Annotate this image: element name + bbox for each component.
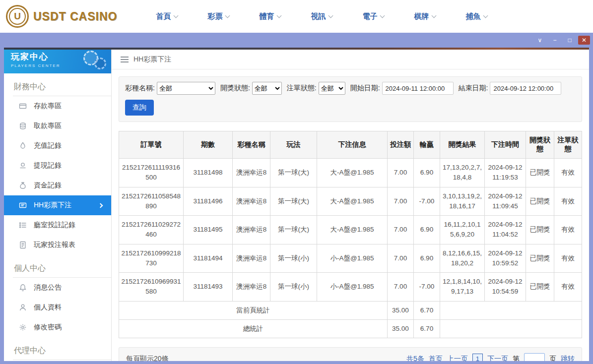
- person-icon: [19, 303, 27, 311]
- sidebar-item-hh-lottery-bets[interactable]: HH彩票下注: [4, 195, 111, 215]
- main-panel: HH彩票下注 彩種名稱: 全部 開獎狀態: 全部 注單狀態:: [112, 48, 589, 361]
- nav-item-sports[interactable]: 體育: [244, 12, 296, 21]
- col-order-status: 注單狀態: [554, 131, 582, 159]
- col-win-loss: 輸贏: [414, 131, 440, 159]
- report-document-icon: [19, 241, 27, 249]
- page-total-row: 當前頁統計 35.00 6.70: [119, 301, 582, 319]
- nav-item-boardgames[interactable]: 棋牌: [399, 12, 451, 21]
- main-nav: 首頁 彩票 體育 視訊 電子 棋牌 捕魚: [141, 12, 502, 21]
- sidebar-item-withdraw-record[interactable]: 提現記錄: [4, 156, 111, 176]
- order-status-select[interactable]: 全部: [319, 82, 345, 95]
- content-area: 彩種名稱: 全部 開獎狀態: 全部 注單狀態: 全部 開始日期:: [112, 69, 589, 361]
- table-row: 2152172611029272460 31181495 澳洲幸运8 第一球(大…: [119, 216, 582, 244]
- per-page-label: 每頁顯示20條: [126, 355, 169, 361]
- chevron-down-icon: [225, 13, 230, 18]
- brand-name: USDT CASINO: [33, 10, 117, 23]
- window-titlebar: ∨ − □ ✕: [0, 33, 593, 48]
- money-bag-icon: [19, 182, 27, 189]
- sidebar-item-deposit[interactable]: 存款專區: [4, 96, 111, 116]
- chevron-down-icon: [432, 13, 437, 18]
- col-issue: 期數: [184, 131, 233, 159]
- grand-total-bet-amount: 35.00: [388, 319, 414, 338]
- sidebar-item-room-bet-record[interactable]: 廳室投註記錄: [4, 215, 111, 235]
- chevron-down-icon: [483, 13, 488, 18]
- col-bet-time: 下注時間: [485, 131, 526, 159]
- draw-status-select[interactable]: 全部: [252, 82, 282, 95]
- page-jump-input[interactable]: [524, 353, 545, 361]
- window-body: 玩家中心 PLAYERS CENTER 財務中心 存款專區 取款專區: [4, 48, 589, 361]
- bell-icon: [19, 284, 27, 292]
- coin-hand-icon: [19, 162, 27, 170]
- brand-logo[interactable]: U USDT CASINO: [6, 5, 117, 28]
- pagination: 共5条 首页 上一页 1 下一页 第 页 跳转: [406, 353, 575, 361]
- current-page[interactable]: 1: [472, 354, 483, 361]
- page-total-win-loss: 6.70: [414, 301, 440, 319]
- page-title: HH彩票下注: [133, 55, 171, 64]
- total-count: 共5条: [406, 355, 424, 361]
- chevron-down-icon: [174, 13, 179, 18]
- col-order-no: 訂單號: [119, 131, 184, 159]
- lottery-name-label: 彩種名稱:: [125, 84, 155, 93]
- jump-suffix-label: 页: [549, 355, 556, 361]
- sidebar-header: 玩家中心 PLAYERS CENTER: [4, 48, 111, 73]
- deposit-card-icon: [19, 102, 27, 110]
- end-date-input[interactable]: [490, 82, 561, 95]
- nav-item-lottery[interactable]: 彩票: [193, 12, 244, 21]
- window-chevron-button[interactable]: ∨: [533, 35, 546, 45]
- nav-item-fishing[interactable]: 捕魚: [451, 12, 502, 21]
- table-row: 2152172610969931580 31181493 澳洲幸运8 第一球(小…: [119, 273, 582, 302]
- window-maximize-button[interactable]: □: [563, 35, 576, 45]
- sidebar-item-recharge-record[interactable]: 充值記錄: [4, 136, 111, 156]
- col-play: 玩法: [270, 131, 317, 159]
- table-row: 2152172611058548890 31181496 澳洲幸运8 第一球(大…: [119, 187, 582, 216]
- first-page-link[interactable]: 首页: [429, 355, 443, 361]
- table-row: 2152172611119316500 31181498 澳洲幸运8 第一球(大…: [119, 159, 582, 187]
- chevron-down-icon: [277, 13, 282, 18]
- gear-icon: [19, 323, 27, 331]
- casino-chip-icon: [94, 58, 106, 69]
- sidebar-item-bet-report[interactable]: 玩家投注報表: [4, 235, 111, 255]
- menu-toggle-icon[interactable]: [121, 57, 129, 62]
- jump-button[interactable]: 跳转: [561, 355, 575, 361]
- bet-ticket-icon: [19, 201, 27, 209]
- table-row: 2152172610999218730 31181494 澳洲幸运8 第一球(小…: [119, 244, 582, 273]
- nav-item-electronic[interactable]: 電子: [347, 12, 399, 21]
- section-agent-center: 代理中心: [4, 337, 111, 360]
- col-bet-amount: 投注額: [388, 131, 414, 159]
- coins-icon: [19, 122, 27, 130]
- nav-item-video[interactable]: 視訊: [296, 12, 347, 21]
- jump-prefix-label: 第: [513, 355, 520, 361]
- filter-panel: 彩種名稱: 全部 開獎狀態: 全部 注單狀態: 全部 開始日期:: [119, 76, 582, 122]
- order-status-label: 注單狀態:: [287, 84, 317, 93]
- nav-item-home[interactable]: 首頁: [141, 12, 193, 21]
- next-page-link[interactable]: 下一页: [487, 355, 508, 361]
- sidebar-item-withdraw[interactable]: 取款專區: [4, 116, 111, 136]
- brand-logo-icon: U: [6, 5, 29, 28]
- page-total-label: 當前頁統計: [119, 301, 388, 319]
- table-header-row: 訂單號 期數 彩種名稱 玩法 下注信息 投注額 輸贏 開獎結果 下注時間 開獎狀…: [119, 131, 582, 159]
- start-date-label: 開始日期:: [350, 84, 380, 93]
- sidebar-item-profile[interactable]: 個人資料: [4, 298, 111, 317]
- col-draw-result: 開獎結果: [440, 131, 485, 159]
- chevron-down-icon: [380, 13, 385, 18]
- sidebar-item-announcements[interactable]: 消息公告: [4, 278, 111, 298]
- prev-page-link[interactable]: 上一页: [447, 355, 468, 361]
- player-center-window: ∨ − □ ✕ 玩家中心 PLAYERS CENTER 財務中心 存款專區: [0, 33, 593, 364]
- window-close-button[interactable]: ✕: [578, 36, 590, 45]
- section-finance-center: 財務中心: [4, 73, 111, 96]
- start-date-input[interactable]: [382, 82, 454, 95]
- droplet-icon: [19, 142, 27, 150]
- page-total-bet-amount: 35.00: [388, 301, 414, 319]
- list-icon: [19, 221, 27, 229]
- table-footer: 每頁顯示20條 共5条 首页 上一页 1 下一页 第 页 跳转: [119, 347, 582, 361]
- window-minimize-button[interactable]: −: [548, 35, 561, 45]
- top-nav-bar: U USDT CASINO 首頁 彩票 體育 視訊 電子 棋牌 捕魚: [0, 0, 593, 33]
- lottery-name-select[interactable]: 全部: [157, 82, 215, 95]
- bets-table: 訂單號 期數 彩種名稱 玩法 下注信息 投注額 輸贏 開獎結果 下注時間 開獎狀…: [119, 131, 582, 338]
- end-date-label: 結束日期:: [459, 84, 488, 93]
- search-button[interactable]: 查詢: [125, 100, 154, 116]
- breadcrumb-bar: HH彩票下注: [112, 50, 589, 69]
- sidebar-item-funds-record[interactable]: 資金記錄: [4, 176, 111, 195]
- col-bet-info: 下注信息: [317, 131, 388, 159]
- sidebar-item-change-password[interactable]: 修改密碼: [4, 317, 111, 337]
